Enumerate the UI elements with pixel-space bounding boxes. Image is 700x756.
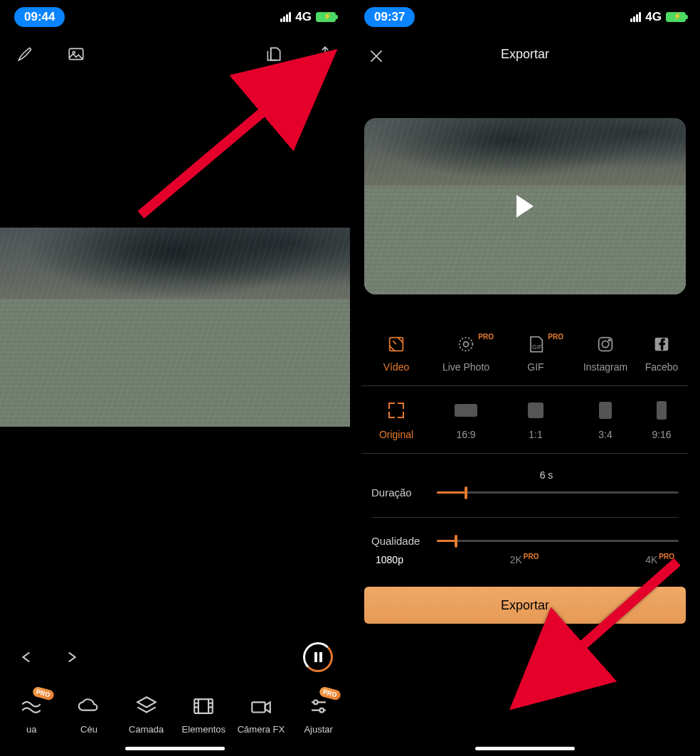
quality-options: 1080p 2KPRO 4KPRO bbox=[371, 554, 679, 565]
tool-ajustar[interactable]: PRO Ajustar bbox=[294, 694, 344, 735]
duration-slider[interactable] bbox=[437, 491, 679, 494]
svg-line-2 bbox=[141, 62, 322, 215]
network-label: 4G bbox=[295, 10, 312, 24]
status-right: 4G ⚡ bbox=[280, 10, 336, 24]
tool-label: Câmera FX bbox=[238, 724, 285, 735]
svg-point-6 bbox=[319, 708, 324, 713]
format-label: Instagram bbox=[583, 361, 627, 373]
brush-icon[interactable] bbox=[14, 43, 36, 65]
export-header: Exportar bbox=[350, 37, 700, 71]
duration-label: Duração bbox=[371, 486, 424, 499]
ratio-label: 9:16 bbox=[652, 429, 671, 440]
redo-icon[interactable] bbox=[60, 646, 81, 668]
svg-point-13 bbox=[609, 339, 610, 341]
quality-2k[interactable]: 2KPRO bbox=[510, 554, 539, 565]
tool-camera-fx[interactable]: Câmera FX bbox=[236, 694, 286, 735]
effects-toolbar: PRO ua Céu Camada Elementos Câmera FX PR… bbox=[0, 694, 350, 735]
share-icon[interactable] bbox=[314, 43, 336, 65]
tool-label: ua bbox=[26, 724, 36, 735]
tool-camada[interactable]: Camada bbox=[122, 694, 171, 735]
svg-rect-3 bbox=[195, 699, 213, 713]
ratio-11[interactable]: 1:1 bbox=[501, 402, 571, 440]
svg-point-5 bbox=[314, 701, 318, 705]
quality-1080p[interactable]: 1080p bbox=[376, 554, 403, 565]
home-indicator[interactable] bbox=[125, 747, 225, 750]
preview-video[interactable] bbox=[364, 118, 686, 294]
tool-label: Camada bbox=[129, 724, 164, 735]
ratio-label: Original bbox=[379, 429, 413, 440]
export-button-label: Exportar bbox=[501, 598, 549, 613]
duration-block: 6 s Duração bbox=[371, 469, 679, 518]
page-title: Exportar bbox=[501, 47, 549, 62]
format-row: Vídeo PRO Live Photo PRO GIF GIF Instagr… bbox=[361, 334, 689, 386]
tool-label: Céu bbox=[80, 724, 97, 735]
editor-screen: 09:44 4G ⚡ bbox=[0, 0, 350, 756]
quality-label: Qualidade bbox=[371, 535, 424, 547]
pro-badge: PRO bbox=[478, 333, 494, 341]
svg-point-12 bbox=[602, 341, 608, 347]
tool-ceu[interactable]: Céu bbox=[64, 694, 114, 735]
ratio-original[interactable]: Original bbox=[361, 402, 431, 440]
status-right: 4G ⚡ bbox=[630, 10, 686, 24]
network-label: 4G bbox=[645, 10, 662, 24]
top-toolbar bbox=[0, 37, 350, 71]
signal-icon bbox=[630, 12, 641, 22]
format-label: Facebo bbox=[645, 361, 679, 373]
duration-value: 6 s bbox=[371, 469, 679, 481]
play-icon bbox=[516, 195, 534, 218]
format-label: GIF bbox=[527, 361, 543, 373]
copy-icon[interactable] bbox=[263, 43, 285, 65]
ratio-label: 1:1 bbox=[529, 429, 542, 440]
export-screen: 09:37 4G ⚡ Exportar Vídeo PRO Live Photo… bbox=[350, 0, 700, 756]
format-label: Vídeo bbox=[383, 361, 410, 373]
tool-agua[interactable]: PRO ua bbox=[6, 694, 56, 735]
playback-controls bbox=[0, 642, 350, 672]
svg-point-9 bbox=[460, 338, 473, 351]
close-icon[interactable] bbox=[366, 46, 387, 67]
format-video[interactable]: Vídeo bbox=[361, 334, 431, 373]
format-facebook[interactable]: Facebo bbox=[640, 334, 683, 373]
format-instagram[interactable]: Instagram bbox=[571, 334, 640, 373]
quality-4k[interactable]: 4KPRO bbox=[645, 554, 674, 565]
ratio-row: Original 16:9 1:1 3:4 9:16 bbox=[361, 402, 689, 454]
preview-image bbox=[0, 228, 350, 427]
quality-slider[interactable] bbox=[437, 540, 679, 542]
export-button[interactable]: Exportar bbox=[364, 587, 686, 624]
crop-icon bbox=[388, 403, 404, 418]
tool-label: Ajustar bbox=[304, 724, 332, 735]
format-gif[interactable]: PRO GIF GIF bbox=[501, 334, 571, 373]
annotation-arrow bbox=[492, 548, 691, 721]
tool-elementos[interactable]: Elementos bbox=[179, 694, 228, 735]
status-bar: 09:37 4G ⚡ bbox=[350, 0, 700, 34]
ratio-34[interactable]: 3:4 bbox=[571, 402, 640, 440]
undo-icon[interactable] bbox=[17, 646, 38, 668]
format-label: Live Photo bbox=[442, 361, 489, 373]
svg-rect-4 bbox=[252, 702, 265, 712]
status-bar: 09:44 4G ⚡ bbox=[0, 0, 350, 34]
home-indicator[interactable] bbox=[475, 747, 575, 750]
signal-icon bbox=[280, 12, 291, 22]
ratio-label: 16:9 bbox=[456, 429, 475, 440]
tool-label: Elementos bbox=[182, 724, 226, 735]
ratio-169[interactable]: 16:9 bbox=[431, 402, 501, 440]
quality-block: Qualidade 1080p 2KPRO 4KPRO bbox=[371, 535, 679, 565]
ratio-label: 3:4 bbox=[598, 429, 612, 440]
pause-button[interactable] bbox=[303, 642, 333, 672]
battery-icon: ⚡ bbox=[316, 12, 336, 22]
status-time: 09:44 bbox=[14, 7, 65, 27]
status-time: 09:37 bbox=[364, 7, 415, 27]
svg-point-8 bbox=[464, 342, 469, 347]
pro-badge: PRO bbox=[548, 333, 563, 341]
svg-text:GIF: GIF bbox=[532, 344, 542, 351]
svg-line-15 bbox=[524, 562, 677, 697]
annotation-arrow bbox=[127, 44, 340, 232]
ratio-916[interactable]: 9:16 bbox=[640, 402, 683, 440]
battery-icon: ⚡ bbox=[666, 12, 686, 22]
format-livephoto[interactable]: PRO Live Photo bbox=[431, 334, 501, 373]
gallery-icon[interactable] bbox=[65, 43, 87, 65]
